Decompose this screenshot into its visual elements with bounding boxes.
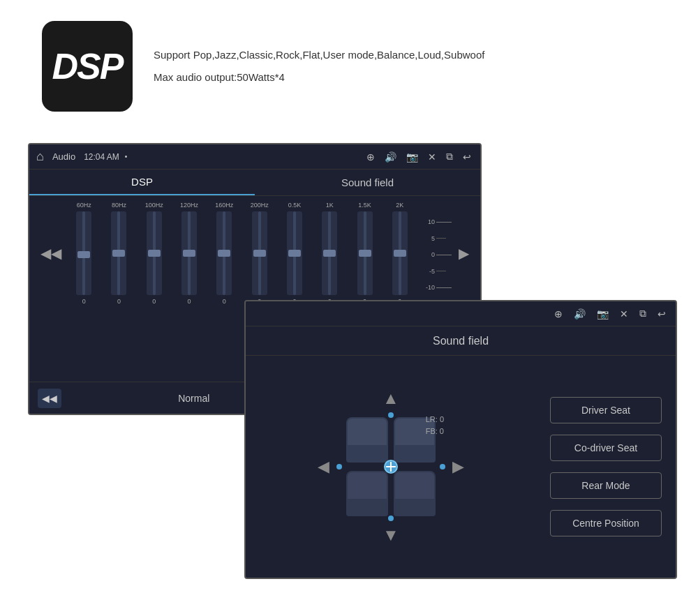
- home-icon[interactable]: ⌂: [36, 149, 44, 164]
- rear-mode-button[interactable]: Rear Mode: [550, 472, 662, 499]
- slider-100hz[interactable]: [147, 211, 162, 295]
- down-arrow-button[interactable]: ▼: [383, 525, 399, 545]
- camera-icon[interactable]: 📷: [406, 151, 418, 163]
- dot-top: [388, 412, 394, 418]
- eq-band-80hz: 80Hz 0: [102, 202, 135, 305]
- dot-left: [336, 464, 342, 469]
- volume-icon[interactable]: 🔊: [385, 151, 396, 163]
- driver-seat-button[interactable]: Driver Seat: [550, 397, 662, 423]
- slider-80hz[interactable]: [111, 211, 126, 295]
- dsp-logo: DSP: [42, 21, 133, 112]
- crosshair: [386, 462, 396, 472]
- dsp-header: DSP Support Pop,Jazz,Classic,Rock,Flat,U…: [42, 21, 484, 112]
- window-icon[interactable]: ⧉: [446, 151, 453, 163]
- sound-status-bar: ⊕ 🔊 📷 ✕ ⧉ ↩: [246, 301, 676, 326]
- eq-sliders: 60Hz 0 80Hz 0: [67, 202, 417, 305]
- location-icon[interactable]: ⊕: [366, 151, 375, 163]
- eq-band-60hz: 60Hz 0: [67, 202, 101, 305]
- eq-right-arrow[interactable]: ▶: [456, 245, 472, 262]
- rear-seats: [346, 471, 436, 516]
- scale-ruler: 10 5 0 -5 -10: [422, 206, 453, 301]
- audio-label: Audio: [52, 151, 75, 162]
- eq-band-100hz: 100Hz 0: [138, 202, 171, 305]
- status-bar: ⌂ Audio 12:04 AM • ⊕ 🔊 📷 ✕ ⧉ ↩: [29, 144, 480, 170]
- lr-value: LR: 0: [426, 414, 444, 426]
- slider-160hz[interactable]: [216, 211, 232, 295]
- eq-band-200hz: 200Hz 0: [242, 202, 276, 305]
- slider-1k[interactable]: [322, 211, 337, 295]
- eq-band-500hz: 0.5K 0: [278, 202, 311, 305]
- front-seats: [346, 417, 436, 463]
- sf-volume-icon[interactable]: 🔊: [574, 308, 586, 320]
- dsp-logo-text: DSP: [52, 45, 123, 87]
- eq-left-arrow[interactable]: ◀◀: [38, 245, 64, 262]
- up-arrow-button[interactable]: ▲: [383, 389, 399, 408]
- car-row: ◀: [318, 411, 464, 523]
- rear-left-seat: [346, 471, 388, 516]
- sound-screen: ⊕ 🔊 📷 ✕ ⧉ ↩ Sound field ▲ ◀: [244, 300, 677, 579]
- tab-sound-field[interactable]: Sound field: [255, 170, 480, 195]
- slider-200hz[interactable]: [252, 211, 267, 295]
- eq-sliders-row: ◀◀ 60Hz 0 80Hz: [38, 202, 472, 305]
- eq-band-2k: 2K 0: [383, 202, 417, 305]
- slider-120hz[interactable]: [181, 211, 197, 295]
- left-arrow-button[interactable]: ◀: [318, 458, 329, 476]
- lr-fb-info: LR: 0 FB: 0: [426, 414, 444, 437]
- eq-band-1-5k: 1.5K 0: [348, 202, 381, 305]
- close-icon[interactable]: ✕: [428, 151, 436, 163]
- slider-60hz[interactable]: [76, 211, 91, 295]
- car-diagram: ▲ ◀: [246, 356, 536, 578]
- sf-window-icon[interactable]: ⧉: [639, 308, 646, 320]
- back-icon[interactable]: ↩: [463, 151, 471, 163]
- dot-bottom: [388, 516, 394, 521]
- sound-field-content: ▲ ◀: [246, 356, 676, 578]
- slider-1-5k[interactable]: [357, 211, 373, 295]
- eq-area: ◀◀ 60Hz 0 80Hz: [29, 196, 480, 308]
- tab-bar: DSP Sound field: [29, 170, 480, 196]
- eq-band-1k: 1K 0: [313, 202, 346, 305]
- dot-right: [440, 464, 445, 469]
- slider-500hz[interactable]: [287, 211, 302, 295]
- car-seats: LR: 0 FB: 0: [335, 411, 447, 523]
- eq-band-160hz: 160Hz 0: [207, 202, 241, 305]
- tab-dsp[interactable]: DSP: [29, 170, 255, 195]
- rear-right-seat: [394, 471, 436, 516]
- dsp-description: Support Pop,Jazz,Classic,Rock,Flat,User …: [154, 47, 484, 86]
- sound-field-title: Sound field: [246, 326, 676, 356]
- center-position-dot: [384, 460, 398, 474]
- dsp-desc-line1: Support Pop,Jazz,Classic,Rock,Flat,User …: [154, 47, 484, 63]
- sf-close-icon[interactable]: ✕: [620, 308, 628, 320]
- dsp-desc-line2: Max audio output:50Watts*4: [154, 69, 484, 86]
- centre-position-button[interactable]: Centre Position: [550, 510, 662, 536]
- slider-2k[interactable]: [392, 211, 408, 295]
- front-left-seat: [346, 417, 388, 463]
- sf-back-icon[interactable]: ↩: [658, 308, 666, 320]
- sf-camera-icon[interactable]: 📷: [597, 308, 609, 320]
- sound-field-buttons: Driver Seat Co-driver Seat Rear Mode Cen…: [536, 356, 676, 578]
- right-arrow-button[interactable]: ▶: [452, 458, 464, 476]
- status-dot: •: [125, 153, 128, 160]
- fb-value: FB: 0: [426, 426, 444, 437]
- time-display: 12:04 AM: [84, 152, 119, 162]
- eq-band-120hz: 120Hz 0: [172, 202, 206, 305]
- co-driver-seat-button[interactable]: Co-driver Seat: [550, 435, 662, 461]
- sf-location-icon[interactable]: ⊕: [554, 308, 563, 320]
- prev-button[interactable]: ◀◀: [38, 389, 61, 408]
